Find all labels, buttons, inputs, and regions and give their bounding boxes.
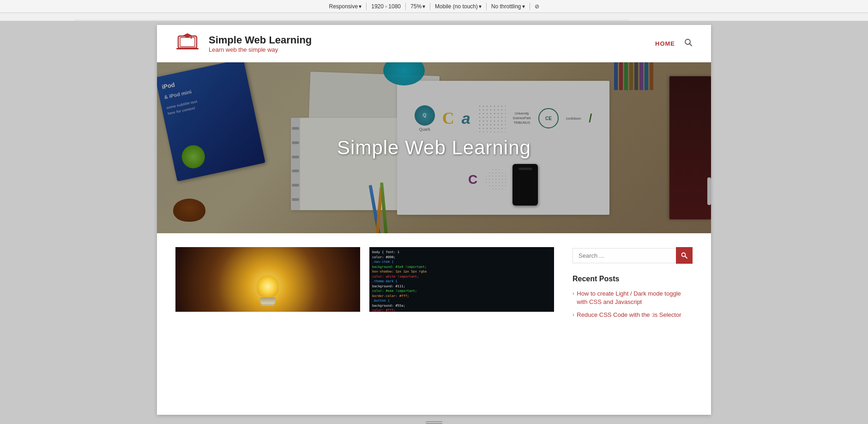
throttle-dropdown[interactable]: No throttling ▾: [491, 3, 525, 10]
post-card-2: body { font: 1 color: #000;.nav-item { b…: [369, 247, 554, 324]
drag-line-1: [426, 421, 442, 422]
mobile-label: Mobile (no touch): [435, 3, 478, 10]
circle-icon: ⊘: [535, 3, 539, 10]
drag-handle[interactable]: [426, 421, 442, 424]
site-title: Simple Web Learning: [209, 34, 312, 46]
zoom-label: 75%: [410, 3, 422, 10]
posts-grid: body { font: 1 color: #000;.nav-item { b…: [175, 247, 554, 324]
recent-post-text-1: How to create Light / Dark mode toggle w…: [577, 290, 693, 306]
search-icon: [681, 252, 687, 259]
toolbar-sep-4: [486, 3, 487, 10]
recent-posts-section: Recent Posts › How to create Light / Dar…: [573, 275, 693, 320]
site-header: Simple Web Learning Learn web the simple…: [157, 25, 711, 62]
svg-rect-5: [191, 36, 192, 39]
site-frame: Simple Web Learning Learn web the simple…: [157, 25, 711, 415]
recent-posts-title: Recent Posts: [573, 275, 693, 283]
dim-separator: ×: [385, 4, 387, 9]
recent-post-1[interactable]: › How to create Light / Dark mode toggle…: [573, 290, 693, 306]
hero-banner: iPod & iPod mini some subtitle texthere …: [157, 62, 711, 233]
chevron-icon-1: ›: [573, 291, 574, 297]
scrollbar[interactable]: [707, 177, 711, 205]
svg-line-10: [685, 256, 687, 259]
devtools-toolbar: Responsive ▾ 1920 × 1080 75% ▾ Mobile (n…: [0, 0, 868, 13]
viewport-width: 1920: [371, 3, 384, 10]
content-area: body { font: 1 color: #000;.nav-item { b…: [157, 233, 711, 338]
svg-rect-3: [176, 48, 199, 49]
toolbar-sep-3: [430, 3, 430, 10]
responsive-dropdown[interactable]: Responsive ▾: [329, 3, 362, 10]
circle-button[interactable]: ⊘: [535, 3, 539, 10]
nav-search-icon[interactable]: [684, 38, 693, 48]
post-thumbnail-lightbulb[interactable]: [175, 247, 360, 312]
site-nav: HOME: [655, 38, 693, 48]
laptop-icon: [175, 32, 199, 53]
svg-rect-2: [180, 37, 195, 47]
hero-title: Simple Web Learning: [337, 137, 531, 159]
toolbar-sep-2: [405, 3, 406, 10]
toolbar-sep-1: [366, 3, 367, 10]
post-card-1: [175, 247, 360, 324]
search-box: [573, 247, 693, 264]
recent-post-text-2: Reduce CSS Code with the :is Selector: [577, 311, 681, 319]
bottom-drag-area[interactable]: [0, 418, 868, 424]
mobile-arrow: ▾: [479, 3, 482, 10]
viewport-container: Simple Web Learning Learn web the simple…: [0, 21, 868, 418]
zoom-arrow: ▾: [422, 3, 425, 10]
mobile-dropdown[interactable]: Mobile (no touch) ▾: [435, 3, 482, 10]
post-thumbnail-code[interactable]: body { font: 1 color: #000;.nav-item { b…: [369, 247, 554, 312]
search-input[interactable]: [573, 248, 676, 263]
site-logo[interactable]: [175, 32, 199, 55]
viewport-height: 1080: [388, 3, 401, 10]
site-title-area: Simple Web Learning Learn web the simple…: [209, 34, 312, 53]
zoom-dropdown[interactable]: 75% ▾: [410, 3, 425, 10]
toolbar-sep-5: [530, 3, 530, 10]
chevron-icon-2: ›: [573, 312, 574, 318]
site-subtitle: Learn web the simple way: [209, 46, 312, 53]
viewport-dimensions: 1920 × 1080: [371, 3, 401, 10]
nav-home[interactable]: HOME: [655, 40, 675, 47]
search-button[interactable]: [676, 247, 693, 264]
recent-post-2[interactable]: › Reduce CSS Code with the :is Selector: [573, 311, 693, 319]
dropdown-arrow: ▾: [359, 3, 362, 10]
ruler-horizontal: // inline ticks via JS not allowed in SV…: [0, 13, 868, 21]
responsive-label: Responsive: [329, 3, 358, 10]
throttle-arrow: ▾: [522, 3, 525, 10]
sidebar: Recent Posts › How to create Light / Dar…: [573, 247, 693, 324]
throttle-label: No throttling: [491, 3, 521, 10]
svg-line-8: [690, 44, 692, 46]
